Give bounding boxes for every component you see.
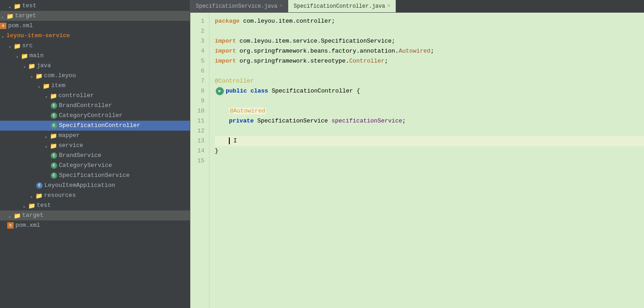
line-number: 14 bbox=[190, 146, 209, 156]
folder-icon: 📁 bbox=[6, 12, 14, 20]
folder-icon: 📁 bbox=[28, 62, 35, 69]
code-token: Autowired bbox=[399, 48, 431, 54]
line-number: 8 bbox=[190, 86, 209, 96]
folder-icon: 📁 bbox=[50, 132, 57, 139]
folder-icon: 📁 bbox=[35, 72, 43, 79]
chevron-down-icon: ▾ bbox=[0, 33, 5, 39]
code-token: SpecificationController { bbox=[268, 88, 360, 94]
xml-icon: X bbox=[7, 222, 14, 229]
folder-icon: 📁 bbox=[21, 52, 28, 59]
tree-item-test-top[interactable]: ▸📁test bbox=[0, 1, 190, 11]
chevron-right-icon: ▸ bbox=[7, 3, 13, 9]
tree-item-target-main[interactable]: ▸📁target bbox=[0, 210, 190, 220]
line-number: 1 bbox=[190, 16, 209, 26]
chevron-down-icon: ▾ bbox=[44, 93, 49, 98]
tree-item-CategoryService[interactable]: CCategoryService bbox=[0, 161, 190, 171]
tree-item-BrandService[interactable]: CBrandService bbox=[0, 151, 190, 161]
tree-item-target-top[interactable]: ▸📁target bbox=[0, 11, 190, 21]
tree-item-label: resources bbox=[44, 191, 76, 200]
folder-icon: 📁 bbox=[14, 2, 21, 10]
tree-item-SpecificationService[interactable]: CSpecificationService bbox=[0, 171, 190, 181]
tab-label: SpecificationService.java bbox=[196, 3, 277, 10]
code-line-12 bbox=[215, 126, 644, 136]
tree-item-resources[interactable]: ▸📁resources bbox=[0, 191, 190, 200]
code-line-7: @Controller bbox=[215, 76, 644, 86]
tree-item-label: pom.xml bbox=[8, 21, 33, 30]
tree-item-leyou-item-service[interactable]: ▾leyou-item-service bbox=[0, 31, 190, 41]
tab-bar[interactable]: SpecificationService.java×SpecificationC… bbox=[190, 0, 644, 13]
code-line-10: @Autowired bbox=[215, 106, 644, 116]
folder-icon: 📁 bbox=[43, 82, 50, 89]
tree-item-service[interactable]: ▾📁service bbox=[0, 141, 190, 151]
code-token: org.springframework.stereotype. bbox=[236, 58, 349, 64]
tree-item-label: com.leyou bbox=[44, 71, 76, 80]
tree-item-label: target bbox=[15, 11, 36, 20]
tab-close-icon[interactable]: × bbox=[280, 4, 282, 9]
tab-spec-controller-tab[interactable]: SpecificationController.java× bbox=[288, 0, 396, 12]
line-number: 2 bbox=[190, 26, 209, 36]
tree-item-pom-xml[interactable]: Xpom.xml bbox=[0, 21, 190, 31]
tree-item-main[interactable]: ▾📁main bbox=[0, 51, 190, 61]
chevron-down-icon: ▾ bbox=[36, 83, 42, 88]
code-token: class bbox=[251, 88, 268, 94]
tree-item-label: CategoryService bbox=[59, 161, 112, 170]
tree-item-label: LeyouItemApplication bbox=[44, 181, 115, 190]
tree-item-label: item bbox=[51, 81, 65, 90]
tree-item-mapper[interactable]: ▸📁mapper bbox=[0, 131, 190, 141]
code-token: package bbox=[215, 18, 240, 24]
code-token: org.springframework.beans.factory.annota… bbox=[236, 48, 399, 54]
tree-item-BrandController[interactable]: CBrandController bbox=[0, 101, 190, 111]
code-token: ; bbox=[402, 117, 406, 124]
class-icon: C bbox=[51, 103, 57, 109]
line-number: 4 bbox=[190, 46, 209, 56]
code-token: public bbox=[226, 88, 247, 94]
line-number: 5 bbox=[190, 56, 209, 66]
tree-item-LeyouItemApplication[interactable]: CLeyouItemApplication bbox=[0, 181, 190, 191]
chevron-down-icon: ▾ bbox=[15, 53, 20, 59]
code-line-11: private SpecificationService specificati… bbox=[215, 116, 644, 126]
chevron-down-icon: ▾ bbox=[22, 63, 27, 68]
tree-item-controller[interactable]: ▾📁controller bbox=[0, 91, 190, 101]
code-line-6 bbox=[215, 66, 644, 76]
tree-item-label: controller bbox=[58, 91, 94, 100]
tree-item-label: SpecificationController bbox=[59, 121, 140, 130]
tree-item-item[interactable]: ▾📁item bbox=[0, 81, 190, 91]
tree-item-pom-xml-main[interactable]: Xpom.xml bbox=[0, 220, 190, 230]
class-icon: C bbox=[51, 162, 57, 169]
code-line-14: } bbox=[215, 146, 644, 156]
tree-item-label: service bbox=[58, 141, 83, 150]
line-number: 10 bbox=[190, 106, 209, 116]
chevron-right-icon: ▸ bbox=[29, 193, 34, 198]
line-number: 15 bbox=[190, 156, 209, 166]
tree-item-label: CategoryController bbox=[59, 111, 122, 120]
tab-close-icon[interactable]: × bbox=[387, 4, 390, 9]
line-number: 12 bbox=[190, 126, 209, 136]
code-content: 123456789101112131415 package com.leyou.… bbox=[190, 13, 644, 308]
code-token: com.leyou.item.controller; bbox=[240, 18, 335, 24]
line-number: 7 bbox=[190, 76, 209, 86]
code-line-9 bbox=[215, 96, 644, 106]
line-number: 9 bbox=[190, 96, 209, 106]
tab-spec-service-tab[interactable]: SpecificationService.java× bbox=[190, 0, 288, 12]
folder-icon: 📁 bbox=[14, 212, 21, 219]
code-token: com.leyou.item.service.SpecificationServ… bbox=[236, 38, 395, 44]
code-lines[interactable]: package com.leyou.item.controller; impor… bbox=[209, 13, 644, 308]
code-token: } bbox=[215, 147, 218, 154]
chevron-down-icon: ▾ bbox=[7, 43, 13, 49]
folder-icon: 📁 bbox=[50, 142, 57, 149]
tree-item-java[interactable]: ▾📁java bbox=[0, 61, 190, 71]
tree-item-label: java bbox=[37, 61, 51, 70]
tree-item-label: BrandService bbox=[59, 151, 102, 160]
tree-item-test-main[interactable]: ▸📁test bbox=[0, 200, 190, 210]
code-token bbox=[247, 88, 251, 94]
code-line-5: import org.springframework.stereotype.Co… bbox=[215, 56, 644, 66]
tree-item-com-leyou[interactable]: ▾📁com.leyou bbox=[0, 71, 190, 81]
tree-item-CategoryController[interactable]: CCategoryController bbox=[0, 111, 190, 121]
code-line-8: ▶public class SpecificationController { bbox=[215, 86, 644, 96]
gutter-run-icon[interactable]: ▶ bbox=[216, 87, 224, 95]
code-line-4: import org.springframework.beans.factory… bbox=[215, 46, 644, 56]
tree-item-SpecificationController[interactable]: CSpecificationController bbox=[0, 121, 190, 131]
code-line-3: import com.leyou.item.service.Specificat… bbox=[215, 36, 644, 46]
tree-item-src[interactable]: ▾📁src bbox=[0, 41, 190, 51]
file-tree[interactable]: ▸📁test▸📁targetXpom.xml▾leyou-item-servic… bbox=[0, 0, 190, 308]
